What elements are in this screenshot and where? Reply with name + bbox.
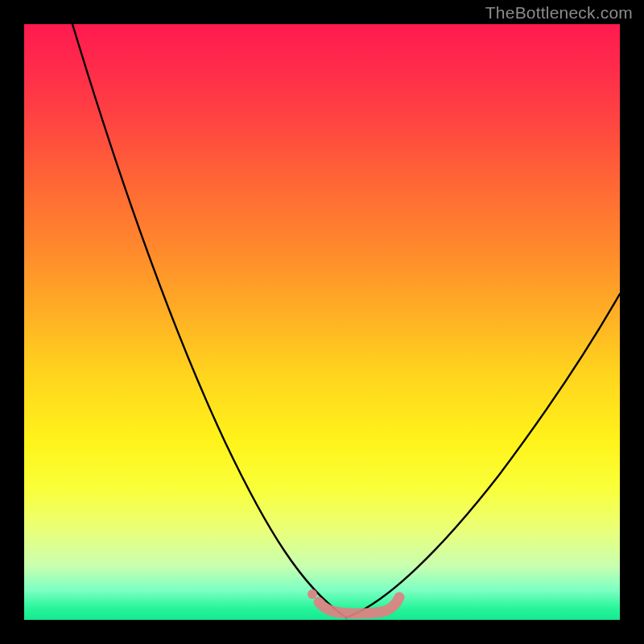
- watermark-text: TheBottleneck.com: [485, 3, 633, 23]
- curve-sweet-spot: [319, 597, 399, 613]
- signature-dot: [308, 589, 317, 599]
- curve-left: [72, 24, 346, 617]
- chart-plot-area: [24, 24, 620, 620]
- chart-frame: TheBottleneck.com: [0, 0, 644, 644]
- chart-svg: [24, 24, 620, 620]
- curve-right: [346, 294, 620, 617]
